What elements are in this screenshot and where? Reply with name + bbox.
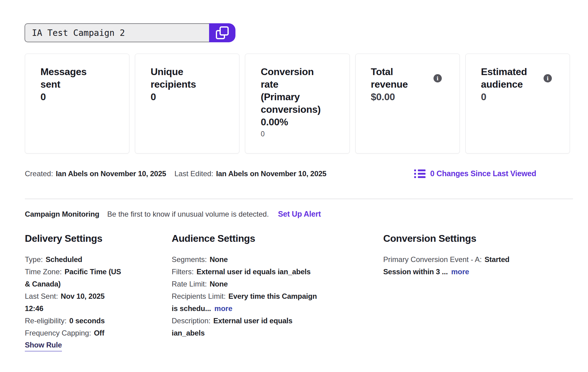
copy-icon-front-square [220, 26, 229, 36]
row-label: Time Zone: [25, 268, 62, 276]
audience-settings-section: Audience Settings Segments:None Filters:… [172, 233, 362, 339]
row-label: Filters: [172, 268, 194, 276]
meta-row: Created:Ian Abels on November 10, 2025 L… [25, 169, 536, 178]
campaign-name-input[interactable] [25, 23, 209, 42]
stat-value: 0 [40, 91, 119, 103]
created-value: Ian Abels on November 10, 2025 [56, 169, 166, 178]
conversion-more-link[interactable]: more [451, 268, 469, 276]
last-edited-info: Last Edited:Ian Abels on November 10, 20… [174, 169, 326, 178]
stat-value: 0 [151, 91, 229, 103]
stat-title: Conversion rate (Primary conversions) [261, 66, 339, 116]
row-label: Frequency Capping: [25, 329, 91, 337]
stat-title-line: Unique [151, 66, 229, 78]
delivery-row-last-sent: Last Sent:Nov 10, 202512:46 [25, 290, 141, 315]
row-value: Started [484, 255, 509, 264]
row-label: Description: [172, 317, 211, 325]
row-value: External user id equals ian_abels [197, 268, 311, 276]
monitoring-title: Campaign Monitoring [25, 210, 99, 218]
campaign-name-row [25, 23, 235, 42]
conversion-settings-section: Conversion Settings Primary Conversion E… [383, 233, 561, 278]
stat-card-estimated-audience: Estimated audience 0 i [465, 54, 570, 154]
delivery-row-time-zone: Time Zone:Pacific Time (US& Canada) [25, 266, 141, 290]
stat-title-line: Messages [40, 66, 119, 78]
row-value: Scheduled [46, 255, 82, 264]
row-value: External user id equals [213, 317, 292, 325]
stat-title: Messages sent [40, 66, 119, 91]
changes-link-label: 0 Changes Since Last Viewed [430, 169, 536, 178]
last-edited-label: Last Edited: [174, 169, 213, 178]
row-value: Every time this Campaign [228, 292, 317, 300]
stats-card-row: Messages sent 0 Unique recipients 0 Conv… [25, 54, 570, 154]
stat-title-line: recipients [151, 78, 229, 91]
stat-value: $0.00 [371, 91, 449, 103]
row-value: Pacific Time (US [64, 268, 121, 276]
row-value: Off [94, 329, 104, 337]
row-label: Re-eligibility: [25, 317, 67, 325]
changes-since-last-viewed-link[interactable]: 0 Changes Since Last Viewed [414, 169, 536, 178]
row-value: 0 seconds [69, 317, 105, 325]
audience-row-rate-limit: Rate Limit:None [172, 278, 362, 290]
row-value: None [210, 280, 228, 288]
last-edited-value: Ian Abels on November 10, 2025 [216, 169, 326, 178]
settings-sections: Delivery Settings Type:Scheduled Time Zo… [25, 233, 577, 362]
recipients-limit-more-link[interactable]: more [214, 304, 232, 313]
show-rule-link[interactable]: Show Rule [25, 339, 62, 351]
row-value: Session within 3 ... [383, 268, 448, 276]
stat-title-line: Conversion [261, 66, 339, 78]
delivery-row-type: Type:Scheduled [25, 253, 141, 266]
delivery-row-re-eligibility: Re-eligibility:0 seconds [25, 315, 141, 327]
created-info: Created:Ian Abels on November 10, 2025 [25, 169, 166, 178]
section-divider [25, 199, 573, 199]
info-icon[interactable]: i [433, 74, 442, 82]
row-label: Recipients Limit: [172, 292, 226, 300]
copy-button[interactable] [209, 23, 235, 42]
stat-title-line: sent [40, 78, 119, 91]
row-value: & Canada) [25, 278, 141, 290]
audience-row-filters: Filters:External user id equals ian_abel… [172, 266, 362, 278]
row-label: Primary Conversion Event - A: [383, 255, 482, 264]
delivery-settings-section: Delivery Settings Type:Scheduled Time Zo… [25, 233, 141, 351]
stat-title-line: rate [261, 78, 339, 91]
row-label: Type: [25, 255, 43, 264]
campaign-monitoring-row: Campaign Monitoring Be the first to know… [25, 210, 321, 218]
conversion-settings-title: Conversion Settings [383, 233, 561, 244]
row-value: 12:46 [25, 302, 141, 315]
conversion-row-primary-event: Primary Conversion Event - A:StartedSess… [383, 253, 561, 278]
stat-value: 0.00% [261, 116, 339, 128]
copy-icon [215, 26, 229, 40]
row-value: ian_abels [172, 327, 362, 339]
row-label: Segments: [172, 255, 207, 264]
stat-title-line: conversions) [261, 103, 339, 116]
delivery-row-frequency-capping: Frequency Capping:Off [25, 327, 141, 339]
audience-settings-title: Audience Settings [172, 233, 362, 244]
audience-row-segments: Segments:None [172, 253, 362, 266]
row-value: is schedu... [172, 304, 211, 313]
stat-title-line: (Primary [261, 91, 339, 103]
stat-card-conversion-rate: Conversion rate (Primary conversions) 0.… [245, 54, 349, 154]
stat-value: 0 [481, 91, 559, 103]
row-value: Nov 10, 2025 [61, 292, 105, 300]
row-label: Last Sent: [25, 292, 58, 300]
stat-card-messages-sent: Messages sent 0 [25, 54, 129, 154]
audience-row-description: Description:External user id equalsian_a… [172, 315, 362, 339]
info-icon[interactable]: i [544, 74, 552, 82]
row-label: Rate Limit: [172, 280, 207, 288]
stat-card-total-revenue: Total revenue $0.00 i [355, 54, 460, 154]
stat-title: Unique recipients [151, 66, 229, 91]
created-label: Created: [25, 169, 53, 178]
stat-card-unique-recipients: Unique recipients 0 [135, 54, 239, 154]
monitoring-description: Be the first to know if unusual volume i… [107, 210, 269, 218]
delivery-settings-title: Delivery Settings [25, 233, 141, 244]
row-value: None [210, 255, 228, 264]
audience-row-recipients-limit: Recipients Limit:Every time this Campaig… [172, 290, 362, 315]
stat-sub-value: 0 [261, 130, 339, 138]
changelog-list-icon [414, 169, 426, 178]
set-up-alert-link[interactable]: Set Up Alert [278, 210, 321, 218]
